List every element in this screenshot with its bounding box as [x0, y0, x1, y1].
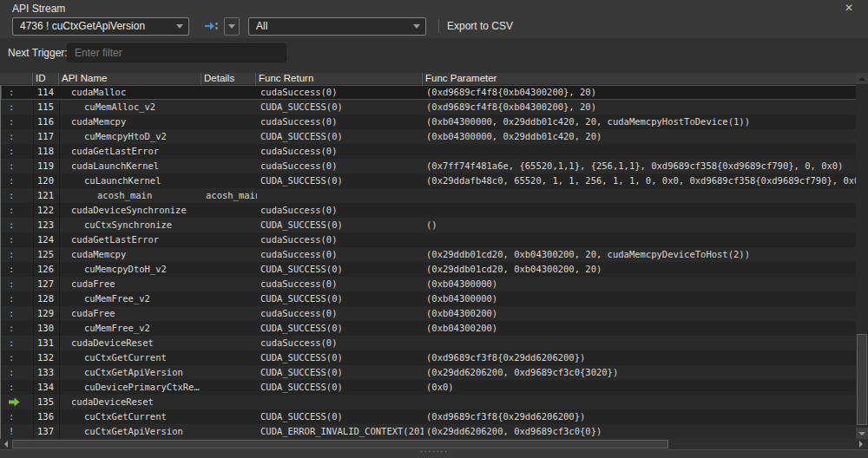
table-row[interactable]: : 130 cuMemFree_v2 CUDA_SUCCESS(0) (0xb0… — [1, 321, 856, 336]
run-to-next-trigger-button[interactable] — [200, 17, 222, 36]
row-id: 126 — [34, 262, 60, 277]
table-row[interactable]: : 131 cudaDeviceReset cudaSuccess(0) — [1, 336, 856, 350]
table-row[interactable]: : 120 cuLaunchKernel CUDA_SUCCESS(0) (0x… — [1, 173, 856, 188]
scroll-up-button[interactable] — [856, 73, 868, 84]
row-func-parameter: (0xb04300000, 0x29ddb01c420, 20, cudaMem… — [424, 114, 856, 129]
api-call-selector-dropdown[interactable]: 4736 ! cuCtxGetApiVersion — [12, 17, 189, 36]
row-id: 134 — [34, 380, 60, 395]
table-row[interactable]: 135 cudaDeviceReset — [1, 395, 856, 409]
vertical-scrollbar[interactable] — [856, 73, 868, 439]
row-id: 117 — [34, 129, 60, 144]
row-details — [202, 100, 257, 114]
row-func-parameter: (0x29dd6206200, 0xd9689cf3c0{3020}) — [424, 365, 856, 380]
row-id: 128 — [34, 291, 60, 306]
row-status-marker: : — [9, 190, 14, 200]
column-header-id[interactable]: ID — [33, 73, 59, 85]
row-status-marker: : — [9, 219, 14, 230]
row-func-return: CUDA_ERROR_INVALID_CONTEXT(201) — [257, 424, 424, 439]
row-id: 124 — [34, 232, 60, 247]
column-header-func-return[interactable]: Func Return — [256, 73, 423, 85]
row-func-return: cudaSuccess(0) — [257, 336, 424, 350]
row-api-name: cuDevicePrimaryCtxRe… — [60, 380, 202, 395]
row-func-return: cudaSuccess(0) — [257, 306, 424, 321]
row-details — [202, 365, 257, 380]
table-row[interactable]: : 136 cuCtxGetCurrent CUDA_SUCCESS(0) (0… — [1, 409, 856, 424]
row-func-parameter: (0x29ddb01cd20, 0xb04300200, 20, cudaMem… — [424, 247, 856, 262]
row-func-parameter — [424, 144, 856, 159]
row-api-name: cudaFree — [60, 277, 202, 291]
row-details — [202, 380, 257, 395]
row-details — [202, 262, 257, 277]
table-row[interactable]: : 126 cuMemcpyDtoH_v2 CUDA_SUCCESS(0) (0… — [1, 262, 856, 277]
row-id: 120 — [34, 173, 60, 188]
next-trigger-filter-input[interactable] — [67, 43, 286, 62]
row-func-parameter — [424, 232, 856, 247]
triangle-left-icon — [4, 441, 8, 448]
row-func-return: CUDA_SUCCESS(0) — [257, 365, 424, 380]
column-header-details[interactable]: Details — [201, 73, 256, 85]
row-api-name: cudaMemcpy — [60, 247, 202, 262]
row-details — [202, 247, 257, 262]
row-details — [202, 277, 257, 291]
row-details — [202, 321, 257, 336]
row-status-marker: : — [9, 146, 14, 156]
row-id: 121 — [34, 188, 60, 203]
table-row[interactable]: : 127 cudaFree cudaSuccess(0) (0xb043000… — [1, 277, 856, 291]
table-row[interactable]: : 132 cuCtxGetCurrent CUDA_SUCCESS(0) (0… — [1, 350, 856, 365]
row-func-parameter: (0xb04300000) — [424, 277, 856, 291]
table-row[interactable]: : 125 cudaMemcpy cudaSuccess(0) (0x29ddb… — [1, 247, 856, 262]
table-row[interactable]: : 116 cudaMemcpy cudaSuccess(0) (0xb0430… — [1, 114, 856, 129]
export-to-csv-button[interactable]: Export to CSV — [447, 20, 513, 32]
row-status-marker: : — [9, 293, 14, 304]
row-func-parameter: (0x29dd6206200, 0xd9689cf3c0{0}) — [424, 424, 856, 439]
row-func-return: CUDA_SUCCESS(0) — [257, 380, 424, 395]
column-header-func-parameter[interactable]: Func Parameter — [423, 73, 856, 85]
row-details — [202, 395, 257, 409]
table-row[interactable]: : 117 cuMemcpyHtoD_v2 CUDA_SUCCESS(0) (0… — [1, 129, 856, 144]
row-api-name: cudaDeviceReset — [60, 395, 202, 409]
panel-splitter-grip[interactable]: ······· — [0, 448, 868, 455]
table-row[interactable]: : 114 cudaMalloc cudaSuccess(0) (0xd9689… — [1, 85, 856, 100]
row-status-marker: : — [9, 264, 14, 274]
row-id: 127 — [34, 277, 60, 291]
table-row[interactable]: : 119 cudaLaunchKernel cudaSuccess(0) (0… — [1, 159, 856, 173]
row-status-marker: : — [9, 382, 14, 392]
table-row[interactable]: : 128 cuMemFree_v2 CUDA_SUCCESS(0) (0xb0… — [1, 291, 856, 306]
row-id: 135 — [34, 395, 60, 409]
stream-filter-dropdown[interactable]: All — [248, 17, 426, 36]
row-details — [202, 129, 257, 144]
table-row[interactable]: : 124 cudaGetLastError cudaSuccess(0) — [1, 232, 856, 247]
row-func-parameter — [424, 336, 856, 350]
row-details — [202, 291, 257, 306]
row-api-name: cudaGetLastError — [60, 144, 202, 159]
row-api-name: cudaDeviceSynchronize — [60, 203, 202, 218]
table-row[interactable]: : 133 cuCtxGetApiVersion CUDA_SUCCESS(0)… — [1, 365, 856, 380]
row-func-parameter — [424, 395, 856, 409]
table-row[interactable]: : 123 cuCtxSynchronize CUDA_SUCCESS(0) (… — [1, 218, 856, 232]
api-call-selector-value: 4736 ! cuCtxGetApiVersion — [20, 20, 145, 32]
table-row[interactable]: ! 137 cuCtxGetApiVersion CUDA_ERROR_INVA… — [1, 424, 856, 439]
column-header-marker[interactable] — [0, 73, 33, 85]
row-id: 119 — [34, 159, 60, 173]
row-func-return — [257, 395, 424, 409]
next-trigger-row: Next Trigger: — [0, 38, 868, 73]
row-api-name: cuLaunchKernel — [60, 173, 202, 188]
table-row[interactable]: : 129 cudaFree cudaSuccess(0) (0xb043002… — [1, 306, 856, 321]
row-func-return: cudaSuccess(0) — [257, 203, 424, 218]
row-func-return: cudaSuccess(0) — [257, 247, 424, 262]
vertical-scroll-thumb[interactable] — [857, 334, 867, 425]
run-options-dropdown-button[interactable] — [224, 17, 240, 36]
table-row[interactable]: : 134 cuDevicePrimaryCtxRe… CUDA_SUCCESS… — [1, 380, 856, 395]
row-func-parameter: (0xd9689cf3f8{0x29dd6206200}) — [424, 409, 856, 424]
row-api-name: acosh_main — [60, 188, 202, 203]
table-row[interactable]: : 121 acosh_main acosh_main — [1, 188, 856, 203]
table-row[interactable]: : 122 cudaDeviceSynchronize cudaSuccess(… — [1, 203, 856, 218]
scroll-down-button[interactable] — [856, 428, 868, 439]
row-id: 123 — [34, 218, 60, 232]
row-status-marker: : — [9, 131, 14, 141]
column-header-api-name[interactable]: API Name — [59, 73, 201, 85]
table-row[interactable]: : 118 cudaGetLastError cudaSuccess(0) — [1, 144, 856, 159]
close-icon[interactable]: ✕ — [842, 2, 856, 14]
row-id: 129 — [34, 306, 60, 321]
table-row[interactable]: : 115 cuMemAlloc_v2 CUDA_SUCCESS(0) (0xd… — [1, 100, 856, 114]
